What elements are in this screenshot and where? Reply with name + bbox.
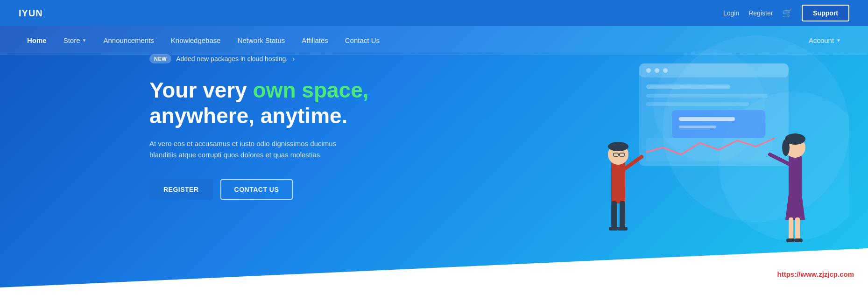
- top-right-actions: Login Register 🛒 Support: [723, 5, 849, 21]
- hero-subtitle: At vero eos et accusamus et iusto odio d…: [149, 138, 360, 161]
- new-badge-text: Added new packages in cloud hosting.: [176, 55, 288, 63]
- svg-point-5: [646, 68, 651, 73]
- svg-rect-34: [794, 238, 803, 242]
- top-bar: IYUN Login Register 🛒 Support: [0, 0, 868, 26]
- new-badge-arrow: ›: [292, 55, 295, 63]
- support-button[interactable]: Support: [802, 5, 849, 21]
- svg-point-29: [782, 139, 790, 156]
- svg-rect-24: [617, 227, 628, 231]
- svg-rect-11: [672, 110, 765, 138]
- login-link[interactable]: Login: [723, 9, 739, 17]
- new-badge: NEW: [149, 54, 171, 63]
- hero-title: Your very own space, anywhere, anytime.: [149, 77, 477, 129]
- svg-rect-10: [646, 102, 749, 106]
- svg-point-7: [663, 68, 668, 73]
- svg-rect-8: [646, 84, 730, 89]
- svg-point-6: [655, 68, 659, 73]
- register-button[interactable]: REGISTER: [149, 179, 213, 200]
- svg-rect-13: [679, 126, 716, 128]
- hero-illustration: [569, 35, 849, 259]
- svg-rect-14: [646, 138, 772, 161]
- svg-rect-12: [679, 117, 735, 121]
- hero-title-white: Your very: [149, 78, 253, 102]
- svg-point-17: [608, 142, 628, 151]
- svg-rect-32: [795, 217, 800, 241]
- svg-rect-23: [609, 227, 618, 231]
- hero-title-highlight: own space,: [253, 78, 369, 102]
- hero-content: NEW Added new packages in cloud hosting.…: [0, 26, 477, 218]
- svg-rect-15: [611, 161, 625, 203]
- register-link[interactable]: Register: [748, 9, 773, 17]
- svg-rect-9: [646, 94, 768, 98]
- svg-rect-4: [639, 63, 789, 77]
- watermark: https://www.zjzjcp.com: [777, 270, 854, 278]
- svg-rect-33: [786, 238, 795, 242]
- svg-marker-30: [785, 194, 805, 220]
- new-badge-row: NEW Added new packages in cloud hosting.…: [149, 54, 477, 63]
- svg-rect-31: [789, 217, 793, 241]
- svg-rect-21: [611, 201, 617, 229]
- hero-title-white2: anywhere, anytime.: [149, 104, 347, 128]
- contact-button[interactable]: CONTACT US: [220, 179, 293, 200]
- hero-section: Home Store ▼ Announcements Knowledgebase…: [0, 26, 868, 287]
- hero-buttons: REGISTER CONTACT US: [149, 179, 477, 200]
- svg-rect-22: [620, 201, 625, 229]
- logo: IYUN: [19, 8, 43, 19]
- cart-icon[interactable]: 🛒: [782, 8, 792, 18]
- svg-rect-26: [789, 154, 802, 199]
- svg-line-25: [625, 157, 642, 168]
